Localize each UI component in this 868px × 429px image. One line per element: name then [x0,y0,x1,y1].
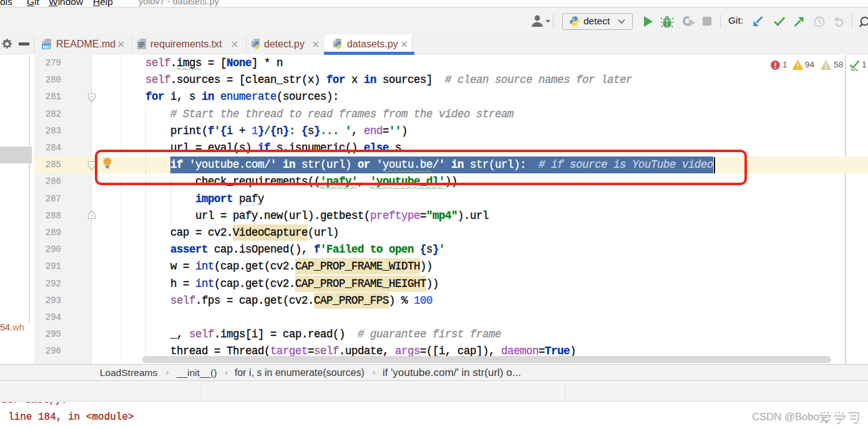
svg-text:MD: MD [42,44,50,50]
